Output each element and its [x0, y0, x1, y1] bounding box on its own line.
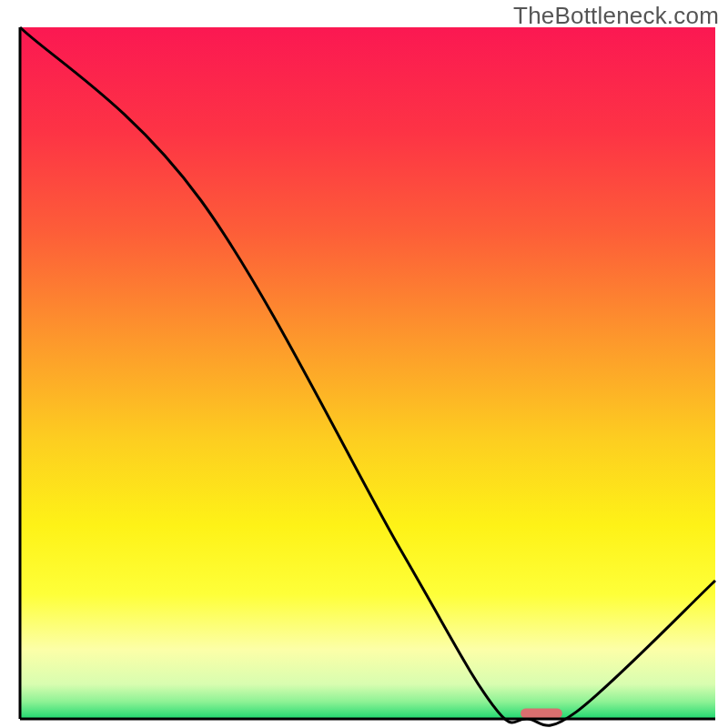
optimal-marker: [521, 709, 562, 719]
chart-stage: TheBottleneck.com: [0, 0, 728, 728]
plot-background: [20, 27, 715, 719]
bottleneck-chart: [0, 0, 728, 728]
watermark-text: TheBottleneck.com: [513, 2, 719, 30]
